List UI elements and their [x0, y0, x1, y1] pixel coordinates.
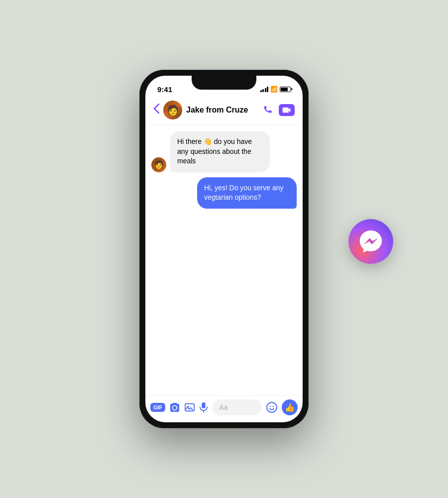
scene: 9:41 📶: [0, 0, 448, 498]
gif-button[interactable]: GIF: [150, 403, 165, 412]
phone-screen: 9:41 📶: [145, 76, 303, 422]
phone-call-button[interactable]: [263, 104, 273, 117]
svg-point-6: [273, 406, 274, 407]
header-actions: [263, 104, 295, 117]
notch: [192, 76, 256, 90]
messenger-fab[interactable]: [348, 219, 393, 264]
chat-header: 🧑 Jake from Cruze: [145, 98, 303, 125]
phone-frame: 9:41 📶: [139, 70, 309, 428]
message-input[interactable]: Aa: [212, 399, 262, 415]
wifi-icon: 📶: [270, 86, 278, 93]
received-bubble: Hi there 👋 do you have any questions abo…: [170, 131, 270, 172]
chat-toolbar: GIF: [145, 395, 303, 422]
svg-rect-2: [202, 402, 206, 408]
camera-button[interactable]: [169, 403, 180, 412]
sent-message-row: Hi, yes! Do you serve any vegtarian opti…: [151, 177, 297, 209]
status-time: 9:41: [157, 85, 172, 94]
sent-bubble: Hi, yes! Do you serve any vegtarian opti…: [197, 177, 297, 209]
contact-avatar: 🧑: [163, 101, 182, 120]
message-row: 🧑 Hi there 👋 do you have any questions a…: [151, 131, 297, 172]
back-button[interactable]: [153, 104, 159, 117]
contact-name: Jake from Cruze: [186, 106, 263, 115]
mic-button[interactable]: [199, 402, 208, 413]
video-call-button[interactable]: [279, 104, 295, 116]
battery-fill: [281, 88, 288, 91]
like-button[interactable]: 👍: [282, 399, 298, 415]
battery-icon: [280, 87, 291, 92]
input-placeholder: Aa: [219, 403, 227, 411]
like-icon: 👍: [285, 403, 295, 412]
status-icons: 📶: [260, 86, 291, 93]
photo-button[interactable]: [184, 402, 195, 412]
svg-point-4: [267, 402, 277, 412]
signal-bars-icon: [260, 87, 269, 92]
emoji-button[interactable]: [266, 401, 278, 413]
sent-message-text: Hi, yes! Do you serve any vegtarian opti…: [204, 184, 284, 202]
received-message-text: Hi there 👋 do you have any questions abo…: [177, 137, 252, 165]
messenger-logo-icon: [358, 229, 383, 254]
messages-area: 🧑 Hi there 👋 do you have any questions a…: [145, 125, 303, 395]
gif-label: GIF: [153, 404, 162, 410]
sender-avatar: 🧑: [151, 157, 166, 172]
svg-point-5: [270, 406, 271, 407]
